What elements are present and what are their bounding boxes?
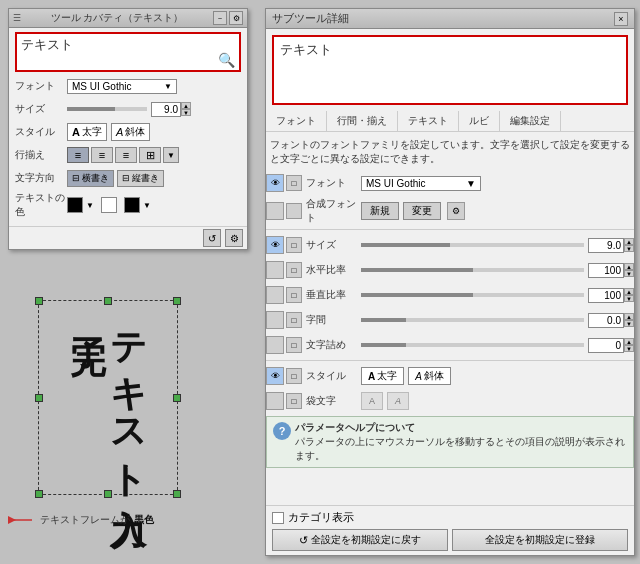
detail-charspace-row: □ 字間 0.0 ▲ ▼ <box>266 309 634 331</box>
hscale-lock-btn[interactable]: □ <box>286 262 302 278</box>
align-dropdown-btn[interactable]: ▼ <box>163 147 179 163</box>
nav-ruby[interactable]: ルビ <box>459 111 500 131</box>
align-center-btn[interactable]: ≡ <box>91 147 113 163</box>
charspace-up[interactable]: ▲ <box>624 313 634 320</box>
close-btn[interactable]: × <box>614 12 628 26</box>
vscale-up[interactable]: ▲ <box>624 288 634 295</box>
italic-btn[interactable]: A 斜体 <box>111 123 150 141</box>
charspace-lock-btn[interactable]: □ <box>286 312 302 328</box>
align-justify-btn[interactable]: ⊞ <box>139 147 161 163</box>
fukidashi-btn-2[interactable]: A <box>387 392 409 410</box>
charspace-slider[interactable] <box>361 318 584 322</box>
align-left-icon: ≡ <box>75 149 81 161</box>
help-description: パラメータの上にマウスカーソルを移動するとその項目の説明が表示されます。 <box>295 435 627 463</box>
size-down-btn[interactable]: ▼ <box>181 109 191 116</box>
composite-eye-btn[interactable] <box>266 202 284 220</box>
horizontal-label: 横書き <box>82 172 109 185</box>
border-color-box[interactable] <box>124 197 140 213</box>
change-btn[interactable]: 変更 <box>403 202 441 220</box>
size-detail-value[interactable]: 9.0 <box>588 238 624 253</box>
handle-top-left[interactable] <box>35 297 43 305</box>
size-detail-up[interactable]: ▲ <box>624 238 634 245</box>
register-btn[interactable]: 全設定を初期設定に登録 <box>452 529 628 551</box>
settings-btn[interactable]: ⚙ <box>229 11 243 25</box>
size-slider[interactable] <box>67 107 147 111</box>
font-value: MS UI Gothic <box>72 81 131 92</box>
reset-btn[interactable]: ↺ 全設定を初期設定に戻す <box>272 529 448 551</box>
handle-bottom-left[interactable] <box>35 490 43 498</box>
handle-top-right[interactable] <box>173 297 181 305</box>
settings-icon[interactable]: ⚙ <box>225 229 243 247</box>
align-right-btn[interactable]: ≡ <box>115 147 137 163</box>
text-input-area[interactable]: テキスト 🔍 <box>15 32 241 72</box>
handle-middle-left[interactable] <box>35 394 43 402</box>
fukidashi-eye-btn[interactable] <box>266 392 284 410</box>
size-eye-btn[interactable]: 👁 <box>266 236 284 254</box>
size-lock-btn[interactable]: □ <box>286 237 302 253</box>
hscale-eye-btn[interactable] <box>266 261 284 279</box>
composite-lock-btn[interactable] <box>286 203 302 219</box>
hscale-slider[interactable] <box>361 268 584 272</box>
fukidashi-lock-btn[interactable]: □ <box>286 393 302 409</box>
chartight-up[interactable]: ▲ <box>624 338 634 345</box>
text-frame[interactable]: テキスト入力完了 <box>38 300 178 495</box>
horizontal-btn[interactable]: ⊟ 横書き <box>67 170 114 187</box>
style-lock-btn[interactable]: □ <box>286 368 302 384</box>
handle-top-middle[interactable] <box>104 297 112 305</box>
size-detail-down[interactable]: ▼ <box>624 245 634 252</box>
detail-bold-btn[interactable]: A 太字 <box>361 367 404 385</box>
minimize-btn[interactable]: － <box>213 11 227 25</box>
charspace-eye-btn[interactable] <box>266 311 284 329</box>
charspace-down[interactable]: ▼ <box>624 320 634 327</box>
nav-line-align[interactable]: 行間・揃え <box>327 111 398 131</box>
detail-style-row: 👁 □ スタイル A 太字 A 斜体 <box>266 365 634 387</box>
font-select[interactable]: MS UI Gothic ▼ <box>67 79 177 94</box>
size-detail-spinner: ▲ ▼ <box>624 238 634 252</box>
hscale-value[interactable]: 100 <box>588 263 624 278</box>
size-up-btn[interactable]: ▲ <box>181 102 191 109</box>
color-dropdown-icon[interactable]: ▼ <box>86 201 94 210</box>
detail-italic-btn[interactable]: A 斜体 <box>408 367 451 385</box>
search-icon[interactable]: 🔍 <box>218 52 235 68</box>
vscale-down[interactable]: ▼ <box>624 295 634 302</box>
chartight-value[interactable]: 0 <box>588 338 624 353</box>
font-lock-btn[interactable]: □ <box>286 175 302 191</box>
handle-bottom-middle[interactable] <box>104 490 112 498</box>
refresh-icon[interactable]: ↺ <box>203 229 221 247</box>
detail-font-select[interactable]: MS UI Gothic ▼ <box>361 176 481 191</box>
chevron-down-icon: ▼ <box>466 178 476 189</box>
nav-font[interactable]: フォント <box>266 111 327 131</box>
text-color-box[interactable] <box>67 197 83 213</box>
chartight-down[interactable]: ▼ <box>624 345 634 352</box>
hscale-up[interactable]: ▲ <box>624 263 634 270</box>
handle-middle-right[interactable] <box>173 394 181 402</box>
chartight-lock-btn[interactable]: □ <box>286 337 302 353</box>
bold-btn[interactable]: A 太字 <box>67 123 107 141</box>
size-value[interactable]: 9.0 <box>151 102 181 117</box>
vscale-slider-container: 100 ▲ ▼ <box>361 288 634 303</box>
style-eye-btn[interactable]: 👁 <box>266 367 284 385</box>
fukidashi-btn-1[interactable]: A <box>361 392 383 410</box>
nav-edit[interactable]: 編集設定 <box>500 111 561 131</box>
vscale-eye-btn[interactable] <box>266 286 284 304</box>
new-btn[interactable]: 新規 <box>361 202 399 220</box>
border-color-dropdown-icon[interactable]: ▼ <box>143 201 151 210</box>
category-checkbox[interactable] <box>272 512 284 524</box>
chartight-slider[interactable] <box>361 343 584 347</box>
hscale-down[interactable]: ▼ <box>624 270 634 277</box>
composite-extra-btn[interactable]: ⚙ <box>447 202 465 220</box>
vscale-lock-btn[interactable]: □ <box>286 287 302 303</box>
vertical-btn[interactable]: ⊟ 縦書き <box>117 170 164 187</box>
charspace-value[interactable]: 0.0 <box>588 313 624 328</box>
font-eye-btn[interactable]: 👁 <box>266 174 284 192</box>
canvas-text-content: テキスト入力完了 <box>39 301 177 494</box>
vscale-value[interactable]: 100 <box>588 288 624 303</box>
bold-label: 太字 <box>377 369 397 383</box>
nav-text[interactable]: テキスト <box>398 111 459 131</box>
handle-bottom-right[interactable] <box>173 490 181 498</box>
align-left-btn[interactable]: ≡ <box>67 147 89 163</box>
chartight-eye-btn[interactable] <box>266 336 284 354</box>
bg-color-box[interactable] <box>101 197 117 213</box>
vscale-slider[interactable] <box>361 293 584 297</box>
size-detail-slider[interactable] <box>361 243 584 247</box>
